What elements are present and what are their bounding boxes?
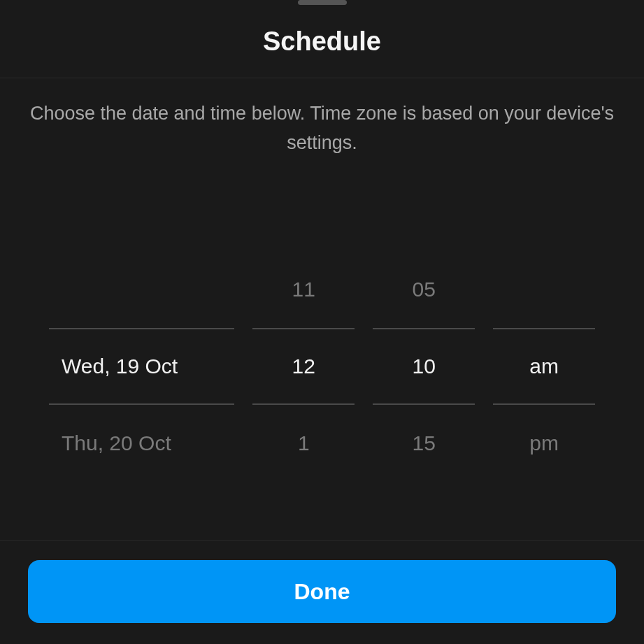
hour-next[interactable]: 1 (252, 405, 355, 482)
datetime-picker: Wed, 19 Oct Thu, 20 Oct 11 12 1 05 10 15… (0, 165, 644, 540)
date-selected[interactable]: Wed, 19 Oct (49, 328, 234, 405)
ampm-next[interactable]: pm (493, 405, 595, 482)
ampm-prev[interactable] (493, 251, 595, 328)
ampm-wheel[interactable]: am pm (493, 193, 595, 540)
minute-wheel[interactable]: 05 10 15 (373, 193, 475, 540)
page-title: Schedule (0, 7, 644, 78)
done-button[interactable]: Done (28, 560, 616, 623)
sheet-grabber-wrap (0, 0, 644, 7)
minute-next[interactable]: 15 (373, 405, 475, 482)
sheet-grabber-icon[interactable] (298, 0, 347, 5)
date-wheel[interactable]: Wed, 19 Oct Thu, 20 Oct (49, 193, 234, 540)
ampm-selected[interactable]: am (493, 328, 595, 405)
date-next[interactable]: Thu, 20 Oct (49, 405, 234, 482)
hour-wheel[interactable]: 11 12 1 (252, 193, 355, 540)
minute-selected[interactable]: 10 (373, 328, 475, 405)
schedule-subtitle: Choose the date and time below. Time zon… (0, 78, 644, 165)
date-prev[interactable] (49, 251, 234, 328)
schedule-sheet: Schedule Choose the date and time below.… (0, 0, 644, 644)
hour-prev[interactable]: 11 (252, 251, 355, 328)
minute-prev[interactable]: 05 (373, 251, 475, 328)
hour-selected[interactable]: 12 (252, 328, 355, 405)
footer: Done (0, 540, 644, 644)
